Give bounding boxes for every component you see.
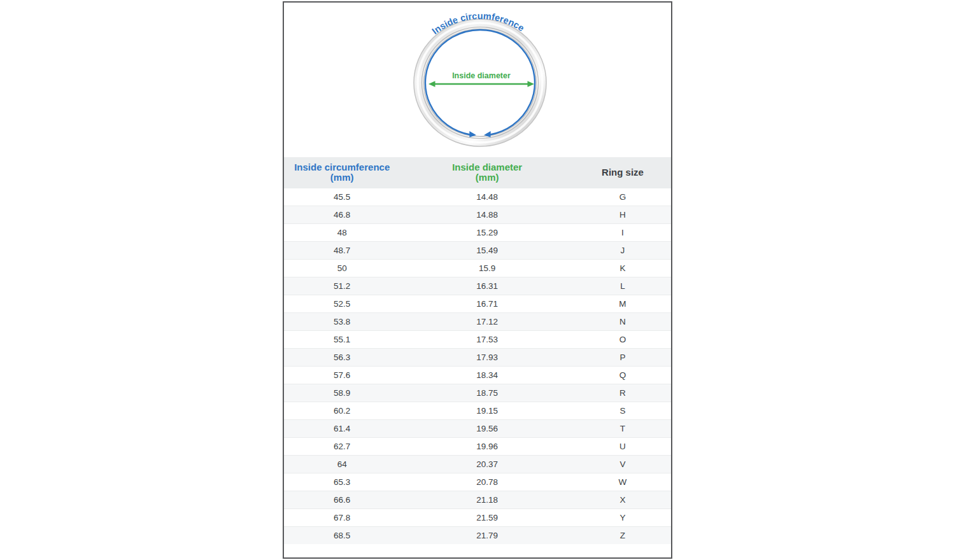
table-row: 68.521.79Z [284, 526, 671, 544]
ring-size-cell: U [574, 437, 671, 455]
header-inside-diameter: Inside diameter (mm) [400, 157, 574, 188]
diameter-cell: 14.48 [400, 188, 574, 206]
diameter-cell: 21.59 [400, 508, 574, 526]
diameter-label: Inside diameter [452, 71, 511, 80]
circumference-cell: 67.8 [284, 508, 400, 526]
circumference-cell: 52.5 [284, 295, 400, 312]
circumference-cell: 58.9 [284, 384, 400, 402]
ring-size-chart-panel: Inside circumference Inside diameter Ins… [283, 1, 672, 559]
ring-size-cell: S [574, 402, 671, 419]
ring-size-cell: Y [574, 508, 671, 526]
ring-size-cell: P [574, 348, 671, 366]
ring-size-cell: W [574, 473, 671, 491]
diameter-cell: 19.56 [400, 419, 574, 437]
table-row: 57.618.34Q [284, 366, 671, 384]
header-inside-circumference: Inside circumference (mm) [284, 157, 400, 188]
ring-size-cell: Z [574, 526, 671, 544]
circumference-cell: 46.8 [284, 206, 400, 223]
table-row: 6420.37V [284, 455, 671, 473]
diameter-cell: 20.37 [400, 455, 574, 473]
circumference-cell: 62.7 [284, 437, 400, 455]
ring-size-cell: I [574, 223, 671, 241]
table-row: 66.621.18X [284, 491, 671, 508]
ring-size-cell: Q [574, 366, 671, 384]
table-row: 60.219.15S [284, 402, 671, 419]
circumference-cell: 50 [284, 259, 400, 277]
table-row: 55.117.53O [284, 330, 671, 348]
diameter-cell: 14.88 [400, 206, 574, 223]
diameter-cell: 21.79 [400, 526, 574, 544]
ring-size-cell: O [574, 330, 671, 348]
diameter-cell: 19.96 [400, 437, 574, 455]
header-line: Inside diameter [400, 162, 574, 172]
header-ring-size: Ring size [574, 157, 671, 188]
table-row: 62.719.96U [284, 437, 671, 455]
ring-size-cell: M [574, 295, 671, 312]
table-row: 51.216.31L [284, 277, 671, 295]
table-row: 48.715.49J [284, 241, 671, 259]
circumference-cell: 48.7 [284, 241, 400, 259]
ring-size-cell: G [574, 188, 671, 206]
ring-size-cell: J [574, 241, 671, 259]
circumference-cell: 55.1 [284, 330, 400, 348]
ring-size-table-body: 45.514.48G46.814.88H4815.29I48.715.49J50… [284, 188, 671, 544]
diameter-cell: 15.49 [400, 241, 574, 259]
diameter-cell: 16.31 [400, 277, 574, 295]
circumference-cell: 65.3 [284, 473, 400, 491]
table-row: 67.821.59Y [284, 508, 671, 526]
diameter-cell: 20.78 [400, 473, 574, 491]
diameter-cell: 16.71 [400, 295, 574, 312]
diameter-cell: 17.53 [400, 330, 574, 348]
header-line: Ring size [574, 167, 671, 178]
diameter-cell: 19.15 [400, 402, 574, 419]
ring-size-cell: H [574, 206, 671, 223]
diameter-cell: 17.93 [400, 348, 574, 366]
circumference-cell: 51.2 [284, 277, 400, 295]
table-row: 52.516.71M [284, 295, 671, 312]
diameter-cell: 17.12 [400, 312, 574, 330]
ring-size-cell: R [574, 384, 671, 402]
circumference-cell: 53.8 [284, 312, 400, 330]
header-unit: (mm) [400, 172, 574, 183]
ring-size-table: Inside circumference (mm) Inside diamete… [284, 157, 671, 544]
circumference-cell: 61.4 [284, 419, 400, 437]
circumference-cell: 66.6 [284, 491, 400, 508]
table-row: 61.419.56T [284, 419, 671, 437]
circumference-cell: 64 [284, 455, 400, 473]
header-row: Inside circumference (mm) Inside diamete… [284, 157, 671, 188]
table-row: 5015.9K [284, 259, 671, 277]
circumference-cell: 48 [284, 223, 400, 241]
table-row: 58.918.75R [284, 384, 671, 402]
circumference-cell: 68.5 [284, 526, 400, 544]
table-row: 56.317.93P [284, 348, 671, 366]
circumference-cell: 57.6 [284, 366, 400, 384]
diameter-cell: 18.34 [400, 366, 574, 384]
ring-size-cell: N [574, 312, 671, 330]
table-row: 65.320.78W [284, 473, 671, 491]
circumference-cell: 60.2 [284, 402, 400, 419]
header-line: Inside circumference [284, 162, 400, 172]
ring-size-table-header: Inside circumference (mm) Inside diamete… [284, 157, 671, 188]
circumference-cell: 56.3 [284, 348, 400, 366]
circumference-cell: 45.5 [284, 188, 400, 206]
table-row: 46.814.88H [284, 206, 671, 223]
diameter-cell: 15.29 [400, 223, 574, 241]
table-row: 53.817.12N [284, 312, 671, 330]
ring-diagram-svg: Inside circumference Inside diameter [363, 3, 592, 157]
diameter-cell: 21.18 [400, 491, 574, 508]
diameter-arrow [428, 81, 534, 87]
table-row: 4815.29I [284, 223, 671, 241]
diameter-cell: 15.9 [400, 259, 574, 277]
ring-size-cell: L [574, 277, 671, 295]
ring-size-cell: T [574, 419, 671, 437]
diameter-cell: 18.75 [400, 384, 574, 402]
ring-size-cell: X [574, 491, 671, 508]
ring-size-cell: V [574, 455, 671, 473]
ring-diagram: Inside circumference Inside diameter [284, 3, 671, 157]
header-unit: (mm) [284, 172, 400, 183]
table-row: 45.514.48G [284, 188, 671, 206]
ring-size-cell: K [574, 259, 671, 277]
